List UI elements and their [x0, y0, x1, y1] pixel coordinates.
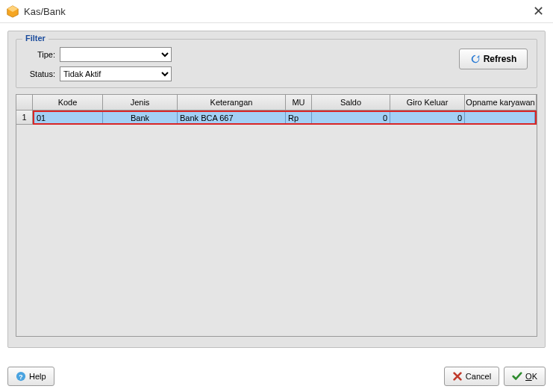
- app-icon: [6, 4, 19, 18]
- cancel-label: Cancel: [466, 372, 491, 381]
- cell-keterangan: Bank BCA 667: [178, 112, 286, 123]
- help-label: Help: [29, 372, 46, 381]
- col-header-saldo[interactable]: Saldo: [312, 95, 390, 110]
- refresh-label: Refresh: [484, 54, 517, 64]
- cell-mu: Rp: [286, 112, 312, 123]
- cell-giro: 0: [390, 112, 465, 123]
- col-header-rownum[interactable]: [16, 95, 33, 110]
- help-button[interactable]: ? Help: [7, 367, 54, 386]
- filter-group: Filter Tipe: Status: Tidak Aktif Refresh: [16, 39, 537, 88]
- cell-opname: [465, 112, 535, 123]
- filter-legend: Filter: [22, 34, 49, 43]
- main-panel: Filter Tipe: Status: Tidak Aktif Refresh: [7, 31, 546, 348]
- svg-text:?: ?: [19, 373, 22, 381]
- window: Kas/Bank ✕ Filter Tipe: Status: Tidak Ak…: [0, 0, 553, 392]
- cancel-icon: [452, 371, 463, 382]
- col-header-keterangan[interactable]: Keterangan: [178, 95, 286, 110]
- close-button[interactable]: ✕: [530, 1, 547, 21]
- cell-jenis: Bank: [103, 112, 178, 123]
- refresh-button[interactable]: Refresh: [459, 49, 528, 69]
- tipe-label: Tipe:: [24, 50, 55, 59]
- grid-header-row: Kode Jenis Keterangan MU Saldo Giro Kelu…: [16, 95, 537, 111]
- row-number: 1: [16, 111, 33, 125]
- table-row[interactable]: 1 01 Bank Bank BCA 667 Rp 0 0: [16, 111, 537, 125]
- data-grid[interactable]: Kode Jenis Keterangan MU Saldo Giro Kelu…: [16, 94, 537, 337]
- col-header-opname[interactable]: Opname karyawan: [465, 95, 537, 110]
- window-title: Kas/Bank: [24, 6, 66, 17]
- footer-bar: ? Help Cancel OK: [7, 367, 546, 386]
- col-header-kode[interactable]: Kode: [33, 95, 103, 110]
- status-select[interactable]: Tidak Aktif: [60, 66, 172, 81]
- titlebar: Kas/Bank ✕: [0, 0, 553, 23]
- ok-icon: [512, 371, 522, 382]
- help-icon: ?: [16, 371, 26, 382]
- cell-kode: 01: [34, 112, 103, 123]
- tipe-select[interactable]: [60, 47, 172, 62]
- status-label: Status:: [24, 69, 55, 78]
- cancel-button[interactable]: Cancel: [444, 367, 499, 386]
- col-header-giro[interactable]: Giro Keluar: [390, 95, 465, 110]
- cell-saldo: 0: [312, 112, 390, 123]
- col-header-mu[interactable]: MU: [286, 95, 312, 110]
- content-area: Filter Tipe: Status: Tidak Aktif Refresh: [0, 23, 553, 355]
- selected-row-highlight: 01 Bank Bank BCA 667 Rp 0 0: [33, 111, 537, 125]
- refresh-icon: [470, 54, 481, 64]
- ok-button[interactable]: OK: [504, 367, 546, 386]
- ok-label: OK: [525, 372, 537, 381]
- col-header-jenis[interactable]: Jenis: [103, 95, 178, 110]
